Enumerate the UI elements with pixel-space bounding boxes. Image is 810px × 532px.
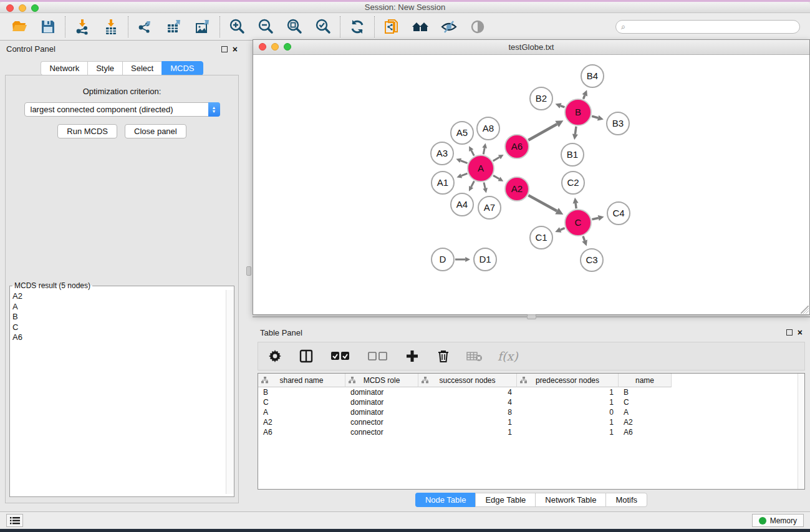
optimization-criterion-label: Optimization criterion: xyxy=(6,87,238,96)
graph-edge[interactable] xyxy=(575,127,576,134)
graph-edge[interactable] xyxy=(576,203,576,208)
table-row[interactable]: A2connector11A2 xyxy=(258,417,804,427)
import-network-icon[interactable] xyxy=(73,17,92,36)
tab-network-table[interactable]: Network Table xyxy=(535,493,605,507)
result-item[interactable]: B xyxy=(12,312,223,322)
memory-button[interactable]: Memory xyxy=(752,514,804,527)
close-panel-button[interactable]: Close panel xyxy=(125,124,186,138)
graph-node-label: C4 xyxy=(612,208,624,218)
refresh-icon[interactable] xyxy=(348,17,367,36)
table-cell: C xyxy=(619,398,672,407)
column-header-name[interactable]: name xyxy=(619,374,672,387)
zoom-out-icon[interactable] xyxy=(256,17,275,36)
tab-mcds[interactable]: MCDS xyxy=(162,61,203,75)
export-table-icon[interactable] xyxy=(165,17,183,36)
table-row[interactable]: Bdominator41B xyxy=(258,387,804,397)
graph-edge[interactable] xyxy=(592,116,598,118)
import-table-icon[interactable] xyxy=(102,17,120,36)
graph-edge[interactable] xyxy=(471,181,475,186)
window-resize-grip[interactable] xyxy=(801,306,809,314)
network-close-button[interactable] xyxy=(259,43,266,51)
delete-columns-icon[interactable] xyxy=(435,348,451,364)
column-header-mcds-role[interactable]: MCDS role xyxy=(345,374,418,387)
tab-edge-table[interactable]: Edge Table xyxy=(475,493,535,507)
export-image-icon[interactable] xyxy=(193,17,212,36)
column-header-predecessor-nodes[interactable]: predecessor nodes xyxy=(517,374,619,387)
search-input[interactable] xyxy=(628,22,794,31)
graph-edge[interactable] xyxy=(493,157,499,161)
tab-motifs[interactable]: Motifs xyxy=(605,493,647,507)
tab-node-table[interactable]: Node Table xyxy=(415,493,476,507)
column-header-shared-name[interactable]: shared name xyxy=(258,374,345,387)
zoom-window-button[interactable] xyxy=(31,4,39,12)
search-field[interactable]: ⌕ xyxy=(615,20,800,34)
control-panel-tabs: Network Style Select MCDS xyxy=(0,61,244,75)
float-table-panel-icon[interactable] xyxy=(786,329,793,336)
result-item[interactable]: A2 xyxy=(12,291,223,302)
settings-icon[interactable] xyxy=(267,348,283,364)
close-panel-icon[interactable]: × xyxy=(233,46,238,52)
delete-table-icon[interactable] xyxy=(466,348,483,364)
graph-edge[interactable] xyxy=(461,160,468,163)
close-table-panel-icon[interactable]: × xyxy=(798,329,803,336)
graph-edge[interactable] xyxy=(493,175,499,178)
zoom-in-icon[interactable] xyxy=(228,17,246,36)
close-window-button[interactable] xyxy=(6,4,14,12)
graph-edge[interactable] xyxy=(528,124,557,140)
run-mcds-button[interactable]: Run MCDS xyxy=(57,124,117,138)
result-item[interactable]: A xyxy=(12,302,223,312)
table-cell: B xyxy=(619,388,672,397)
graph-edge[interactable] xyxy=(484,182,485,188)
network-canvas[interactable]: B4B2BB3A8A5A6A3B1AA1C2A2A4A7C4CC1DD1C3 xyxy=(253,55,809,314)
vertical-splitter-handle[interactable] xyxy=(246,266,251,276)
zoom-selected-icon[interactable] xyxy=(314,17,332,36)
result-scrollbar[interactable] xyxy=(226,290,234,494)
table-cell: A6 xyxy=(258,428,345,437)
graph-edge[interactable] xyxy=(583,95,584,99)
hide-graphics-details-icon[interactable] xyxy=(440,17,458,36)
deselect-all-icon[interactable] xyxy=(367,348,389,364)
graph-edge[interactable] xyxy=(528,195,557,211)
graph-node-label: A xyxy=(478,163,484,173)
open-session-icon[interactable] xyxy=(10,17,29,36)
save-session-icon[interactable] xyxy=(39,17,57,36)
network-graph[interactable]: B4B2BB3A8A5A6A3B1AA1C2A2A4A7C4CC1DD1C3 xyxy=(253,55,809,314)
graph-edge[interactable] xyxy=(471,150,474,156)
function-builder-icon[interactable]: f(x) xyxy=(498,349,518,363)
show-graphics-details-icon[interactable] xyxy=(468,17,487,36)
tab-select[interactable]: Select xyxy=(122,61,162,75)
table-row[interactable]: Adominator80A xyxy=(258,407,804,417)
network-minimize-button[interactable] xyxy=(271,43,279,51)
minimize-window-button[interactable] xyxy=(19,4,26,12)
table-row[interactable]: A6connector11A6 xyxy=(258,427,804,437)
duplicate-network-icon[interactable] xyxy=(382,17,401,36)
float-panel-icon[interactable] xyxy=(221,46,228,52)
table-tabs: Node Table Edge Table Network Table Moti… xyxy=(253,493,810,507)
table-cell: 0 xyxy=(517,408,619,417)
add-column-icon[interactable] xyxy=(404,348,420,364)
result-item[interactable]: A6 xyxy=(12,332,223,343)
optimization-criterion-dropdown[interactable]: largest connected component (directed) ▲… xyxy=(24,102,220,117)
select-all-icon[interactable] xyxy=(329,348,352,364)
table-row[interactable]: Cdominator41C xyxy=(258,397,804,407)
task-history-button[interactable] xyxy=(6,514,23,527)
tab-style[interactable]: Style xyxy=(87,61,122,75)
graph-edge[interactable] xyxy=(592,218,598,219)
zoom-fit-icon[interactable] xyxy=(285,17,304,36)
split-view-icon[interactable] xyxy=(298,348,314,364)
table-scrollbar[interactable] xyxy=(798,374,804,489)
graph-edge[interactable] xyxy=(561,228,565,230)
graph-edge[interactable] xyxy=(561,106,564,107)
result-item[interactable]: C xyxy=(12,322,223,333)
home-layout-icon[interactable] xyxy=(411,17,430,36)
mcds-result-list[interactable]: A2ABCA6 xyxy=(10,290,226,494)
horizontal-splitter-handle[interactable] xyxy=(527,314,536,319)
graph-edge[interactable] xyxy=(483,148,485,154)
network-zoom-button[interactable] xyxy=(284,43,291,51)
graph-edge[interactable] xyxy=(461,173,468,176)
network-window-titlebar[interactable]: testGlobe.txt xyxy=(253,40,809,55)
export-network-icon[interactable] xyxy=(136,17,155,36)
tab-network[interactable]: Network xyxy=(41,61,87,75)
graph-edge[interactable] xyxy=(583,236,585,241)
column-header-successor-nodes[interactable]: successor nodes xyxy=(418,374,517,387)
